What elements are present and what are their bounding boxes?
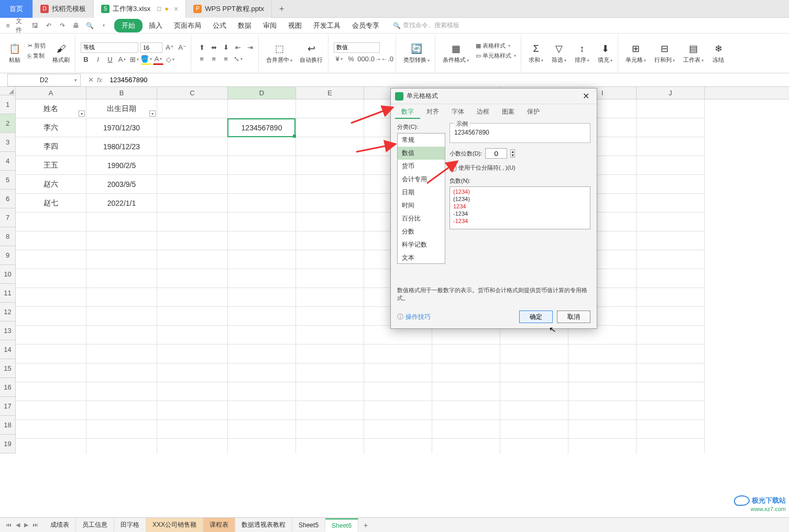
clear-format-icon[interactable]: ◇ [165,54,176,65]
filter-dropdown-icon[interactable]: ▾ [79,110,85,117]
menu-data[interactable]: 数据 [233,19,257,32]
cell-I16[interactable] [568,382,637,401]
category-item[interactable]: 分数 [398,225,445,238]
cell-G19[interactable] [432,439,500,453]
cell-B13[interactable] [86,326,157,345]
indent-inc-icon[interactable]: ⇥ [245,42,255,53]
cell-D1[interactable] [228,99,296,118]
sheet-last-icon[interactable]: ⏭ [31,522,40,528]
format-painter-button[interactable]: 🖌 格式刷 [50,41,72,65]
row-header[interactable]: 6 [0,190,15,208]
row-header[interactable]: 15 [0,359,15,378]
cell-B12[interactable] [86,307,157,326]
sheet-tab[interactable]: 成绩表 [44,518,76,532]
cell-H17[interactable] [500,401,568,420]
sheet-tab[interactable]: XXX公司销售额 [146,518,203,532]
align-bottom-icon[interactable]: ⬇ [221,42,231,53]
orientation-icon[interactable]: ⤡ [233,54,243,64]
cell-H15[interactable] [500,363,568,382]
cell-E8[interactable] [296,231,364,250]
row-header[interactable]: 11 [0,284,15,303]
row-header[interactable]: 17 [0,397,15,416]
row-header[interactable]: 18 [0,416,15,435]
decrease-font-icon[interactable]: A⁻ [177,42,188,53]
inc-decimal-icon[interactable]: .0→ [370,54,380,64]
cell-C6[interactable] [157,194,228,213]
row-header[interactable]: 7 [0,208,15,227]
cell-C12[interactable] [157,307,228,326]
cell-H16[interactable] [500,382,568,401]
close-icon[interactable]: × [174,5,178,13]
cell-J9[interactable] [637,250,705,269]
filter-button[interactable]: ▽筛选 [550,41,568,65]
align-left-icon[interactable]: ≡ [196,54,207,64]
menu-insert[interactable]: 插入 [144,19,168,32]
close-icon[interactable]: ✕ [579,91,593,101]
row-header[interactable]: 16 [0,378,15,397]
cell-B9[interactable] [86,250,157,269]
print-icon[interactable]: 🖶 [70,20,82,31]
cell-J18[interactable] [637,420,705,439]
row-header[interactable]: 12 [0,303,15,322]
category-item[interactable]: 科学记数 [398,238,445,251]
cell-E6[interactable] [296,194,364,213]
cell-E16[interactable] [296,382,364,401]
add-sheet-button[interactable]: + [358,521,373,529]
category-list[interactable]: 常规数值货币会计专用日期时间百分比分数科学记数文本特殊自定义 [397,133,445,264]
menu-pagelayout[interactable]: 页面布局 [169,19,206,32]
cell-A14[interactable] [16,345,86,363]
row-header[interactable]: 14 [0,340,15,359]
menu-review[interactable]: 审阅 [258,19,282,32]
cell-J2[interactable] [637,118,705,137]
cell-A7[interactable] [16,213,86,231]
save-icon[interactable]: ◻ [157,5,161,12]
cell-D4[interactable] [228,156,296,175]
cell-A16[interactable] [16,382,86,401]
tips-link[interactable]: ⓘ 操作技巧 [397,313,431,322]
category-item[interactable]: 日期 [398,186,445,199]
cell-B7[interactable] [86,213,157,231]
category-item[interactable]: 时间 [398,199,445,212]
worksheet-button[interactable]: ▤工作表 [681,41,706,65]
cell-C1[interactable] [157,99,228,118]
cell-B2[interactable]: 1970/12/30 [86,118,157,137]
cut-button[interactable]: ✂剪切 [26,41,47,50]
menu-start[interactable]: 开始 [114,19,143,32]
cell-C2[interactable] [157,118,228,137]
formula-input[interactable] [106,74,789,86]
category-item[interactable]: 货币 [398,160,445,173]
cell-A2[interactable]: 李六 [16,118,86,137]
tab-docer[interactable]: D 找稻壳模板 [33,0,94,18]
row-header[interactable]: 10 [0,265,15,284]
cell-J6[interactable] [637,194,705,213]
cell-A12[interactable] [16,307,86,326]
cell-D3[interactable] [228,137,296,156]
tab-ppt[interactable]: P WPS PPT教程.pptx [186,0,272,18]
cell-C10[interactable] [157,269,228,288]
indent-dec-icon[interactable]: ⇤ [233,42,243,53]
menu-devtools[interactable]: 开发工具 [308,19,346,32]
cell-H14[interactable] [500,345,568,363]
cancel-button[interactable]: 取消 [557,311,590,323]
sheet-tab[interactable]: 田字格 [114,518,146,532]
cell-B5[interactable]: 2003/9/5 [86,175,157,194]
dlg-tab-protect[interactable]: 保护 [521,104,546,119]
row-header[interactable]: 8 [0,227,15,246]
cell-E13[interactable] [296,326,364,345]
row-header[interactable]: 13 [0,322,15,340]
cell-C18[interactable] [157,420,228,439]
search-commands[interactable]: 🔍 查找命令、搜索模板 [393,21,459,30]
align-top-icon[interactable]: ⬆ [196,42,207,53]
cell-A1[interactable]: 姓名▾ [16,99,86,118]
cell-D17[interactable] [228,401,296,420]
font-name-select[interactable] [81,42,138,53]
cell-D9[interactable] [228,250,296,269]
category-item[interactable]: 会计专用 [398,173,445,186]
cell-B18[interactable] [86,420,157,439]
cell-C3[interactable] [157,137,228,156]
cell-J13[interactable] [637,326,705,345]
cell-J16[interactable] [637,382,705,401]
bold-icon[interactable]: B [81,54,91,65]
cell-D7[interactable] [228,213,296,231]
cell-E17[interactable] [296,401,364,420]
